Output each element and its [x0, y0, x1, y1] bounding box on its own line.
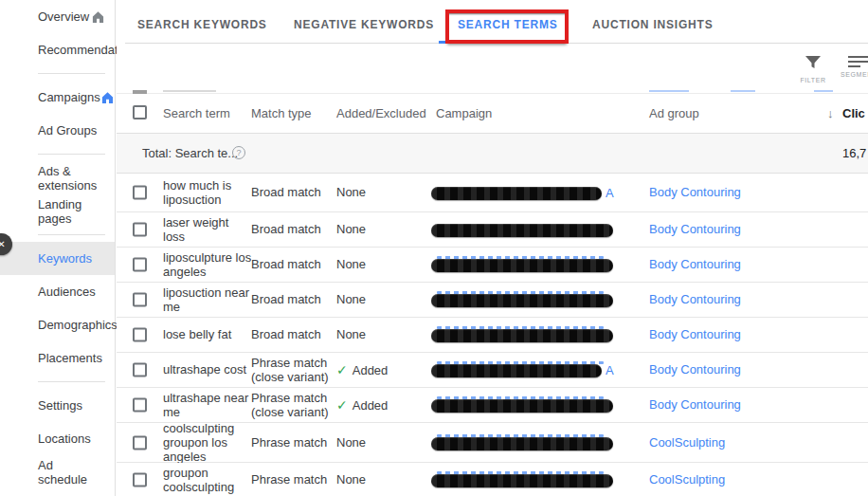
- table-row: ultrashape cost Phrase match (close vari…: [117, 353, 868, 388]
- sidebar-item-ads-extensions[interactable]: Ads & extensions: [0, 161, 115, 194]
- campaign-redaction-bar: [431, 187, 602, 200]
- campaign-redaction-bar: [431, 259, 613, 272]
- match-type-cell: Phrase match: [251, 472, 338, 487]
- sidebar-item-label: Demographics: [38, 318, 118, 332]
- table-body: how much is liposuction Broad match None…: [117, 174, 868, 496]
- tab-search-keywords[interactable]: SEARCH KEYWORDS: [137, 18, 267, 31]
- ad-group-link[interactable]: CoolSculpting: [649, 472, 725, 487]
- campaign-cell: [431, 325, 635, 344]
- sidebar-item-label: Overview: [38, 9, 89, 24]
- campaign-visible-fragment: A: [606, 186, 614, 200]
- table-header: Search term Match type Added/Excluded Ca…: [117, 94, 868, 134]
- column-header-ad-group[interactable]: Ad group: [649, 106, 699, 120]
- sidebar-item-label: Keywords: [38, 251, 92, 266]
- sidebar-item-label: Ad schedule: [38, 458, 105, 487]
- column-header-campaign[interactable]: Campaign: [436, 106, 492, 120]
- segment-button[interactable]: SEGMENT: [839, 56, 868, 78]
- ad-group-link[interactable]: CoolSculpting: [649, 435, 725, 450]
- sidebar-item-label: Settings: [38, 398, 82, 413]
- added-check-icon: ✓: [336, 397, 348, 413]
- row-checkbox[interactable]: [133, 398, 147, 413]
- sidebar-item-campaigns[interactable]: Campaigns: [0, 81, 115, 114]
- match-type-cell: Phrase match (close variant): [251, 356, 338, 385]
- sort-descending-icon[interactable]: ↓: [827, 106, 834, 120]
- tab-negative-keywords[interactable]: NEGATIVE KEYWORDS: [294, 18, 434, 31]
- added-excluded-cell: ✓Added: [336, 397, 429, 413]
- ad-group-link[interactable]: Body Contouring: [649, 362, 741, 377]
- added-check-icon: ✓: [336, 362, 348, 377]
- sidebar-item-keywords[interactable]: Keywords: [0, 242, 115, 275]
- tab-auction-insights[interactable]: AUCTION INSIGHTS: [592, 18, 713, 31]
- help-icon[interactable]: ?: [232, 146, 245, 159]
- sidebar-item-overview[interactable]: Overview: [0, 0, 115, 33]
- sidebar-divider: [38, 234, 105, 235]
- main-content: SEARCH KEYWORDS NEGATIVE KEYWORDS SEARCH…: [117, 0, 868, 496]
- added-excluded-cell: None: [336, 327, 429, 341]
- row-checkbox[interactable]: [133, 435, 147, 450]
- table-row: liposuction near me Broad match None Bod…: [117, 283, 868, 318]
- sidebar-item-landing-pages[interactable]: Landing pages: [0, 194, 115, 228]
- match-type-cell: Broad match: [251, 327, 338, 341]
- campaign-redaction-bar: [431, 224, 613, 237]
- sidebar-item-audiences[interactable]: Audiences: [0, 275, 115, 308]
- search-term-cell: groupon coolsculpting: [163, 466, 252, 495]
- sidebar-item-label: Ads & extensions: [38, 164, 105, 193]
- table-row: how much is liposuction Broad match None…: [117, 174, 868, 212]
- match-type-cell: Phrase match (close variant): [251, 391, 338, 420]
- sidebar-item-ad-schedule[interactable]: Ad schedule: [0, 455, 115, 488]
- sidebar-item-label: Audiences: [38, 285, 96, 299]
- status-text: None: [336, 257, 366, 271]
- row-checkbox[interactable]: [133, 223, 147, 237]
- added-excluded-cell: None: [336, 222, 429, 236]
- sidebar-divider: [38, 73, 105, 74]
- search-term-cell: how much is liposuction: [163, 178, 252, 208]
- campaign-cell: [431, 290, 635, 309]
- status-text: None: [336, 472, 366, 487]
- added-excluded-cell: None: [336, 257, 429, 271]
- row-checkbox[interactable]: [133, 363, 147, 377]
- partially-scrolled-row: [117, 87, 868, 94]
- row-checkbox[interactable]: [133, 328, 147, 342]
- column-header-search-term[interactable]: Search term: [163, 106, 230, 120]
- row-checkbox[interactable]: [133, 473, 147, 487]
- table-row: ultrashape near me Phrase match (close v…: [117, 388, 868, 423]
- column-header-match-type[interactable]: Match type: [251, 106, 312, 120]
- filter-button[interactable]: FILTER: [792, 56, 834, 83]
- status-text: None: [336, 185, 366, 199]
- ad-group-link[interactable]: Body Contouring: [649, 257, 741, 271]
- row-checkbox[interactable]: [133, 258, 147, 272]
- sidebar-item-demographics[interactable]: Demographics: [0, 308, 115, 341]
- campaign-cell: [431, 255, 635, 274]
- row-checkbox[interactable]: [133, 293, 147, 307]
- sidebar-item-placements[interactable]: Placements: [0, 341, 115, 375]
- added-excluded-cell: None: [336, 292, 429, 306]
- sidebar-item-label: Ad Groups: [38, 123, 97, 138]
- campaign-cell: [431, 220, 635, 239]
- annotation-red-box: [445, 9, 569, 44]
- campaign-cell: [431, 395, 635, 414]
- ad-group-link[interactable]: Body Contouring: [649, 222, 741, 236]
- home-icon: [91, 10, 105, 24]
- sidebar-item-label: Campaigns: [38, 90, 100, 104]
- sidebar-divider: [38, 381, 105, 382]
- sidebar-item-settings[interactable]: Settings: [0, 389, 115, 422]
- ad-group-link[interactable]: Body Contouring: [649, 327, 741, 341]
- campaign-cell: A: [431, 183, 635, 202]
- sidebar-item-ad-groups[interactable]: Ad Groups: [0, 114, 115, 147]
- select-all-checkbox[interactable]: [133, 105, 147, 119]
- sidebar-item-locations[interactable]: Locations: [0, 422, 115, 455]
- ad-group-link[interactable]: Body Contouring: [649, 292, 741, 306]
- ad-group-link[interactable]: Body Contouring: [649, 397, 741, 412]
- sidebar-item-recommendations[interactable]: Recommendations: [0, 33, 115, 66]
- row-checkbox[interactable]: [133, 186, 147, 200]
- added-excluded-cell: ✓Added: [336, 362, 429, 378]
- total-clicks-value: 16,7: [842, 146, 866, 160]
- match-type-cell: Phrase match: [251, 435, 338, 450]
- ad-group-link[interactable]: Body Contouring: [649, 185, 741, 199]
- column-header-clicks[interactable]: Clic: [842, 106, 865, 120]
- total-row-label: Total: Search te...: [142, 146, 238, 160]
- status-text: None: [336, 327, 366, 341]
- column-header-added-excluded[interactable]: Added/Excluded: [336, 106, 426, 120]
- search-term-cell: ultrashape cost: [163, 362, 252, 377]
- status-text: Added: [353, 398, 389, 413]
